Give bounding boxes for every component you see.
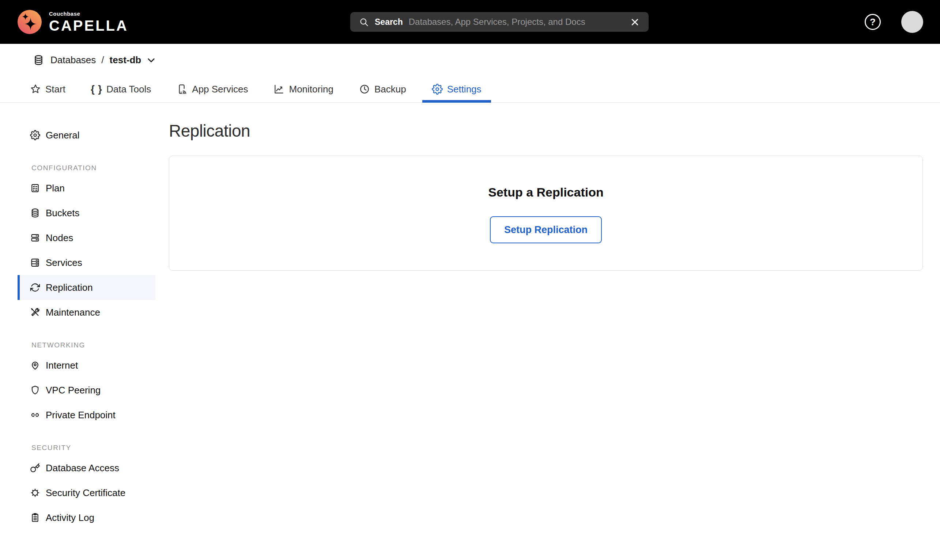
database-selector[interactable]: test-db (110, 54, 164, 66)
database-icon (30, 208, 40, 218)
gear-icon (432, 84, 443, 95)
services-icon (30, 257, 40, 268)
brand-company: Couchbase (49, 11, 128, 17)
search-label: Search (375, 17, 403, 27)
activity-log-icon (30, 512, 40, 523)
breadcrumb: Databases / test-db (0, 44, 940, 76)
tab-monitoring[interactable]: Monitoring (264, 76, 343, 102)
breadcrumb-separator: / (101, 54, 104, 66)
settings-sidebar: GeneralCONFIGURATIONPlanBucketsNodesServ… (0, 103, 155, 560)
global-search-input[interactable]: Search Databases, App Services, Projects… (350, 12, 648, 32)
sidebar-item-label: Maintenance (46, 307, 100, 318)
app-header: Couchbase CAPELLA Search Databases, App … (0, 0, 940, 44)
main-content: Replication Setup a Replication Setup Re… (155, 103, 940, 560)
brand-product: CAPELLA (49, 18, 128, 33)
sidebar-item-buckets[interactable]: Buckets (17, 200, 155, 225)
help-icon[interactable]: ? (865, 14, 881, 30)
sidebar-item-general[interactable]: General (17, 123, 155, 148)
sidebar-item-activity-log[interactable]: Activity Log (17, 505, 155, 530)
sidebar-item-label: Plan (46, 183, 65, 194)
sidebar-item-internet[interactable]: Internet (17, 353, 155, 378)
help-glyph: ? (870, 17, 876, 27)
tab-label: Monitoring (289, 84, 333, 95)
breadcrumb-databases-link[interactable]: Databases (51, 54, 96, 66)
tab-start[interactable]: Start (20, 76, 75, 102)
monitoring-icon (273, 84, 284, 95)
sidebar-item-security-certificate[interactable]: Security Certificate (17, 480, 155, 505)
setup-replication-button[interactable]: Setup Replication (490, 216, 602, 243)
replication-setup-card: Setup a Replication Setup Replication (169, 155, 923, 271)
page-title: Replication (169, 121, 923, 141)
capella-console: Couchbase CAPELLA Search Databases, App … (0, 0, 940, 560)
sidebar-item-label: Database Access (46, 463, 119, 474)
close-icon[interactable] (630, 17, 640, 27)
sidebar-item-label: Replication (46, 282, 93, 293)
sidebar-item-label: Internet (46, 360, 78, 371)
pin-icon (30, 360, 40, 371)
nodes-icon (30, 233, 40, 243)
sidebar-item-label: General (46, 130, 80, 141)
sidebar-item-label: Nodes (46, 232, 73, 244)
certificate-icon (30, 488, 40, 498)
database-tabs: Start{ }Data ToolsApp ServicesMonitoring… (0, 76, 940, 103)
sidebar-section-security: SECURITY (31, 444, 155, 452)
sidebar-item-replication[interactable]: Replication (17, 275, 155, 300)
search-icon (359, 17, 369, 27)
tab-label: Data Tools (107, 84, 151, 95)
shield-icon (30, 385, 40, 395)
sidebar-item-private-endpoint[interactable]: Private Endpoint (17, 403, 155, 428)
plan-icon (30, 183, 40, 193)
sidebar-item-label: VPC Peering (46, 385, 100, 396)
link-icon (30, 410, 40, 420)
sync-icon (30, 282, 40, 292)
tab-data-tools[interactable]: { }Data Tools (82, 76, 161, 102)
tab-backup[interactable]: Backup (350, 76, 416, 102)
tab-label: Settings (447, 84, 482, 95)
braces-icon: { } (91, 84, 102, 95)
tab-label: App Services (192, 84, 248, 95)
sparkle-icon (25, 18, 37, 30)
sidebar-item-nodes[interactable]: Nodes (17, 225, 155, 250)
sidebar-item-label: Services (46, 257, 82, 269)
sidebar-section-networking: NETWORKING (31, 341, 155, 349)
tab-label: Backup (374, 84, 406, 95)
header-actions: ? (865, 11, 923, 33)
sidebar-section-configuration: CONFIGURATION (31, 164, 155, 172)
sidebar-item-vpc-peering[interactable]: VPC Peering (17, 378, 155, 403)
sidebar-item-services[interactable]: Services (17, 250, 155, 275)
tab-app-services[interactable]: App Services (167, 76, 258, 102)
search-placeholder: Databases, App Services, Projects, and D… (409, 17, 624, 27)
capella-logo[interactable]: Couchbase CAPELLA (17, 10, 128, 34)
app-services-icon (177, 84, 188, 95)
gear-icon (30, 130, 40, 140)
capella-logo-icon (17, 10, 42, 34)
brand-text: Couchbase CAPELLA (49, 11, 128, 33)
body: GeneralCONFIGURATIONPlanBucketsNodesServ… (0, 103, 940, 560)
chevron-down-icon (145, 54, 157, 66)
sidebar-item-label: Activity Log (46, 512, 94, 523)
database-icon (33, 54, 44, 66)
clock-icon (359, 84, 370, 95)
tab-settings[interactable]: Settings (422, 76, 491, 102)
sidebar-item-label: Private Endpoint (46, 409, 116, 421)
tools-icon (30, 307, 40, 317)
breadcrumb-current: test-db (110, 54, 142, 66)
tab-label: Start (45, 84, 65, 95)
sidebar-item-plan[interactable]: Plan (17, 176, 155, 200)
card-heading: Setup a Replication (488, 185, 604, 200)
sidebar-item-maintenance[interactable]: Maintenance (17, 300, 155, 325)
avatar[interactable] (901, 11, 923, 33)
key-icon (30, 463, 40, 473)
sidebar-item-label: Security Certificate (46, 487, 125, 498)
sidebar-item-label: Buckets (46, 208, 80, 219)
star-icon (30, 84, 41, 95)
sidebar-item-database-access[interactable]: Database Access (17, 455, 155, 480)
